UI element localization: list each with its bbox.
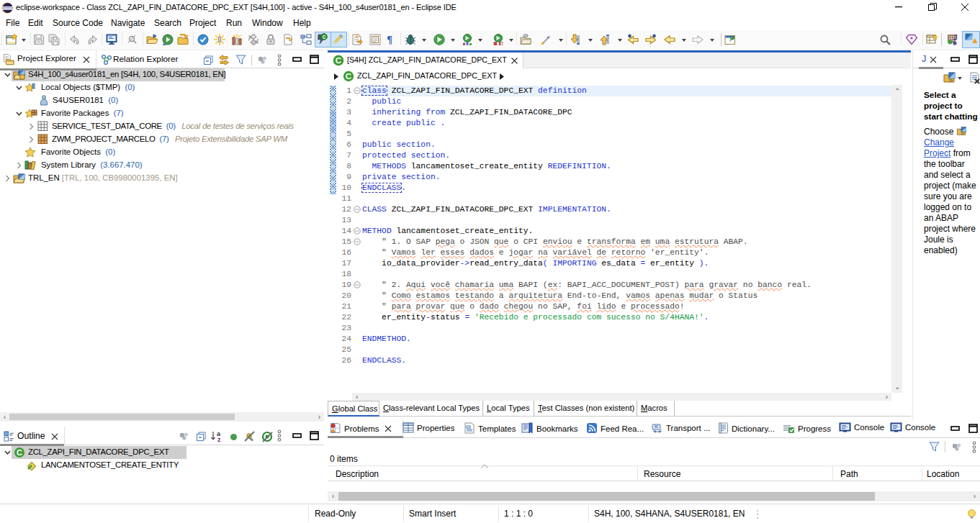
svg-text:z: z [217,436,221,442]
svg-text:J: J [953,34,958,42]
svg-text:C: C [17,448,22,457]
svg-text:C: C [336,56,341,65]
svg-text:¶: ¶ [387,34,392,45]
svg-text:C: C [323,35,326,40]
svg-text:C: C [346,72,351,81]
